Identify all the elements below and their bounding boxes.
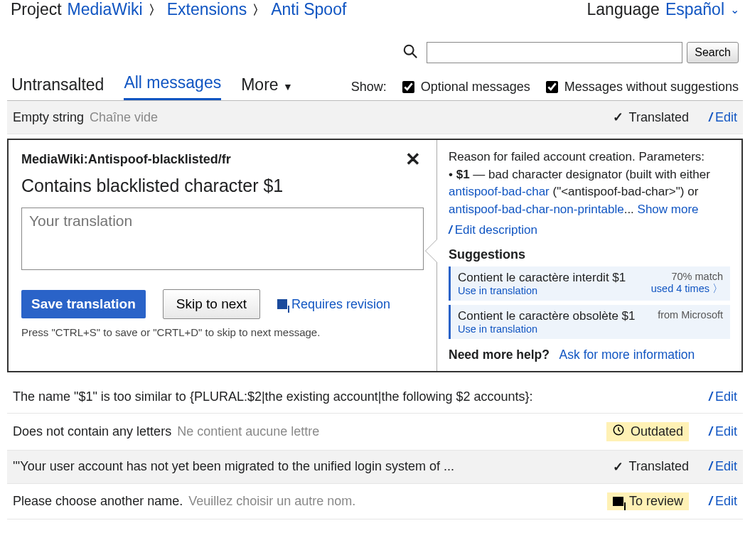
message-description: Reason for failed account creation. Para…	[449, 149, 730, 219]
pencil-icon: /	[709, 459, 712, 474]
message-source: The name "$1" is too similar to {PLURAL:…	[13, 389, 533, 404]
edit-link[interactable]: /Edit	[709, 494, 737, 509]
suggestion-text: Contient le caractère obsolète $1	[458, 309, 650, 323]
pointer-icon	[426, 239, 437, 262]
show-more-link[interactable]: Show more	[638, 203, 699, 216]
need-help-label: Need more help?	[449, 348, 550, 362]
keyboard-hint: Press "CTRL+S" to save or "CRTL+D" to sk…	[21, 326, 424, 338]
message-row[interactable]: Empty string Chaîne vide Translated /Edi…	[7, 101, 743, 134]
chevron-down-icon: ⌄	[730, 3, 739, 16]
pencil-icon: /	[709, 424, 712, 439]
editor-message-key: MediaWiki:Antispoof-blacklisted/fr	[21, 152, 231, 167]
svg-line-1	[412, 53, 417, 57]
requires-revision-link[interactable]: Requires revision	[277, 297, 390, 312]
message-source: '''Your user account has not yet been mi…	[13, 459, 454, 474]
chevron-right-icon: 〉	[149, 1, 161, 18]
edit-link[interactable]: /Edit	[709, 389, 737, 404]
language-value: Español	[665, 0, 724, 19]
translation-input[interactable]	[21, 208, 424, 270]
save-button[interactable]: Save translation	[21, 290, 146, 318]
status-translated: Translated	[613, 459, 689, 475]
breadcrumb-extensions[interactable]: Extensions	[167, 0, 247, 19]
caret-down-icon: ▼	[283, 81, 293, 92]
flag-icon	[277, 299, 287, 309]
breadcrumb-prefix: Project	[11, 0, 62, 19]
breadcrumb-antispoof[interactable]: Anti Spoof	[271, 0, 346, 19]
suggestion-card: Contient le caractère interdit $1 Use in…	[449, 266, 730, 301]
suggestion-source: from Microsoft	[658, 309, 723, 321]
tab-untranslated[interactable]: Untransalted	[11, 75, 104, 100]
suggestions-heading: Suggestions	[449, 247, 730, 262]
search-button[interactable]: Search	[687, 42, 739, 63]
pencil-icon: /	[709, 389, 712, 404]
ask-info-link[interactable]: Ask for more information	[559, 348, 695, 362]
message-source: Please choose another name.	[13, 494, 183, 509]
suggestion-card: Contient le caractère obsolète $1 Use in…	[449, 305, 730, 339]
message-source: Empty string	[13, 110, 84, 125]
breadcrumb: Project MediaWiki 〉 Extensions 〉 Anti Sp…	[7, 0, 743, 25]
edit-description-link[interactable]: /Edit description	[449, 223, 730, 237]
message-translation: Chaîne vide	[90, 110, 158, 125]
check-icon	[613, 459, 623, 475]
svg-point-0	[405, 45, 414, 54]
message-translation: Veuillez choisir un autre nom.	[188, 494, 355, 509]
message-row[interactable]: Please choose another name. Veuillez cho…	[7, 484, 743, 519]
tab-all-messages[interactable]: All messages	[124, 73, 221, 100]
edit-link[interactable]: /Edit	[709, 110, 737, 125]
status-outdated: Outdated	[606, 422, 689, 441]
editor-source-text: Contains blacklisted character $1	[21, 176, 424, 196]
search-icon[interactable]	[402, 43, 418, 63]
chevron-right-icon: 〉	[252, 1, 265, 18]
check-icon	[613, 109, 623, 125]
translation-editor: MediaWiki:Antispoof-blacklisted/fr ✕ Con…	[7, 139, 743, 372]
pencil-icon: /	[709, 494, 712, 509]
link-antispoof-bad-char-nonprintable[interactable]: antispoof-bad-char-non-printable	[449, 203, 624, 216]
skip-button[interactable]: Skip to next	[163, 289, 260, 319]
clock-icon	[612, 424, 625, 440]
flag-icon	[613, 497, 623, 506]
checkbox-nosuggestions[interactable]: Messages without suggestions	[543, 79, 739, 95]
suggestion-match: 70% match	[651, 271, 723, 282]
use-in-translation-link[interactable]: Use in translation	[458, 323, 650, 335]
pencil-icon: /	[709, 110, 712, 125]
breadcrumb-mediawiki[interactable]: MediaWiki	[68, 0, 143, 19]
suggestion-text: Contient le caractère interdit $1	[458, 271, 644, 285]
message-row[interactable]: '''Your user account has not yet been mi…	[7, 451, 743, 484]
status-translated: Translated	[613, 109, 689, 125]
message-row[interactable]: Does not contain any letters Ne contient…	[7, 414, 743, 451]
message-translation: Ne contient aucune lettre	[177, 424, 319, 439]
use-in-translation-link[interactable]: Use in translation	[458, 285, 644, 296]
language-selector[interactable]: Language Español ⌄	[587, 0, 739, 19]
link-antispoof-bad-char[interactable]: antispoof-bad-char	[449, 185, 550, 198]
status-to-review: To review	[607, 492, 689, 510]
edit-link[interactable]: /Edit	[709, 424, 737, 439]
edit-link[interactable]: /Edit	[709, 459, 737, 474]
suggestion-usage-link[interactable]: used 4 times 〉	[651, 282, 723, 296]
tab-more[interactable]: More ▼	[241, 75, 293, 100]
message-row[interactable]: The name "$1" is too similar to {PLURAL:…	[7, 381, 743, 414]
search-input[interactable]	[427, 42, 682, 63]
show-label: Show:	[351, 80, 387, 95]
close-icon[interactable]: ✕	[402, 150, 424, 168]
pencil-icon: /	[449, 223, 452, 237]
message-source: Does not contain any letters	[13, 424, 171, 439]
language-label: Language	[587, 0, 660, 19]
checkbox-optional[interactable]: Optional messages	[400, 79, 530, 95]
